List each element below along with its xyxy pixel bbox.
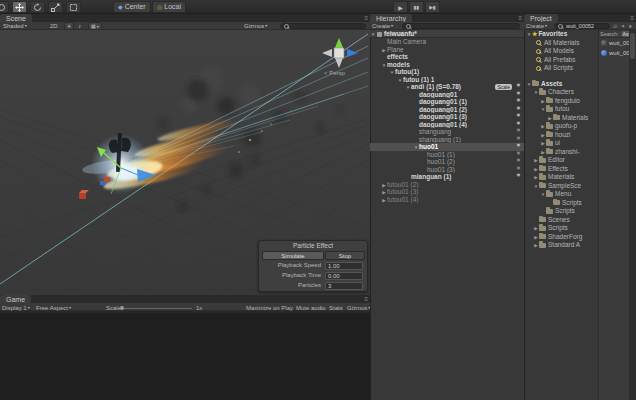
playback-speed-value[interactable]: 1.00	[325, 262, 363, 270]
project-folder-item[interactable]: ▼SampleSce	[524, 182, 598, 191]
hierarchy-item[interactable]: daoguang01 (3)»	[370, 113, 524, 121]
project-scrollbar-thumb[interactable]	[630, 33, 635, 59]
move-tool-button[interactable]	[12, 1, 27, 13]
project-folder-item[interactable]: ▼futou	[524, 105, 598, 114]
aspect-dropdown[interactable]: Free Aspect ▾	[36, 305, 71, 311]
double-chevron-icon[interactable]: »	[515, 113, 523, 120]
hierarchy-item[interactable]: ▶futou01 (3)	[370, 188, 524, 196]
project-folder-item[interactable]: ▶guofu-p	[524, 122, 598, 131]
rect-tool-button[interactable]	[66, 1, 81, 13]
double-chevron-icon[interactable]: »	[515, 98, 523, 105]
project-search-input[interactable]: wuti_00052	[554, 23, 610, 29]
hierarchy-item[interactable]: ▼models	[370, 61, 524, 69]
double-chevron-icon[interactable]: »	[515, 83, 523, 90]
hierarchy-item[interactable]: shanguang»	[370, 128, 524, 136]
game-gizmos-dropdown[interactable]: Gizmos ▾	[347, 305, 370, 311]
project-folder-item[interactable]: ▶houzi	[524, 131, 598, 140]
pivot-center-button[interactable]: ◆ Center	[113, 1, 151, 13]
2d-toggle[interactable]: 2D	[50, 23, 58, 29]
hierarchy-item[interactable]: ▶futou01 (2)	[370, 181, 524, 189]
hierarchy-create-button[interactable]: Create ▾	[372, 23, 393, 29]
step-button[interactable]: ▶▮	[425, 1, 440, 13]
hierarchy-item[interactable]: ▶futou01 (4)	[370, 196, 524, 204]
scene-panel-menu-icon[interactable]: ≡	[364, 15, 368, 22]
project-folder-item[interactable]: Scripts	[524, 199, 598, 208]
double-chevron-icon[interactable]: »	[515, 143, 523, 150]
project-folder-item[interactable]: ▶Standard A	[524, 241, 598, 250]
project-folder-item[interactable]: ▶Effects	[524, 165, 598, 174]
hierarchy-item[interactable]: ▶Plane	[370, 46, 524, 54]
scene-gizmos-dropdown[interactable]: Gizmos ▾	[244, 23, 267, 29]
hierarchy-item[interactable]: daoguang01 (4)»	[370, 121, 524, 129]
double-chevron-icon[interactable]: »	[515, 106, 523, 113]
search-result-item[interactable]: wuti_00052	[599, 38, 629, 48]
play-button[interactable]: ▶	[393, 1, 408, 13]
pause-button[interactable]: ▮▮	[409, 1, 424, 13]
hierarchy-item[interactable]: daoguang01 (2)»	[370, 106, 524, 114]
project-folder-item[interactable]: ▶ui	[524, 139, 598, 148]
hierarchy-item[interactable]: shanguang (1)»	[370, 136, 524, 144]
double-chevron-icon[interactable]: »	[515, 166, 523, 173]
project-folder-item[interactable]: ▼Chacters	[524, 88, 598, 97]
double-chevron-icon[interactable]: »	[515, 136, 523, 143]
hierarchy-item[interactable]: effects	[370, 53, 524, 61]
hierarchy-item[interactable]: ▼huo01»	[370, 143, 524, 151]
double-chevron-icon[interactable]: »	[515, 91, 523, 98]
hierarchy-scene-row[interactable]: ▼feiwuanfu*	[370, 30, 524, 38]
scale-slider-knob[interactable]	[120, 306, 124, 310]
stop-button[interactable]: Stop	[325, 251, 365, 260]
maximize-on-play-toggle[interactable]: Maximize on Play	[246, 305, 293, 311]
shading-mode-dropdown[interactable]: Shaded ▾	[3, 23, 27, 29]
project-folder-item[interactable]: ▼Menu	[524, 190, 598, 199]
project-folder-item[interactable]: Scenes	[524, 216, 598, 225]
favorites-item[interactable]: All Prefabs	[524, 56, 598, 65]
scene-effects-dropdown[interactable]: ▦ ▾	[88, 22, 102, 30]
project-create-button[interactable]: Create ▾	[526, 23, 547, 29]
save-search-star-icon[interactable]: ★	[628, 23, 632, 29]
double-chevron-icon[interactable]: »	[515, 121, 523, 128]
scale-slider-track[interactable]	[122, 308, 192, 309]
project-folder-item[interactable]: Scripts	[524, 207, 598, 216]
search-result-item[interactable]: wuti_00052_0	[599, 48, 629, 58]
mute-audio-toggle[interactable]: Mute audio	[296, 305, 326, 311]
hierarchy-item[interactable]: ▼futou(1)	[370, 68, 524, 76]
project-folder-item[interactable]: ▼Assets	[524, 80, 598, 89]
scale-tool-button[interactable]	[48, 1, 63, 13]
project-scrollbar[interactable]	[629, 30, 636, 400]
simulate-button[interactable]: Simulate	[262, 251, 324, 260]
display-dropdown[interactable]: Display 1 ▾	[2, 305, 30, 311]
project-folder-item[interactable]: ▶fengdulo	[524, 97, 598, 106]
double-chevron-icon[interactable]: »	[515, 158, 523, 165]
scene-audio-toggle[interactable]: ♪	[78, 23, 81, 29]
hierarchy-item[interactable]: huo01 (1)»	[370, 151, 524, 159]
favorites-item[interactable]: All Models	[524, 47, 598, 56]
favorites-header[interactable]: ▼★Favorites	[524, 30, 598, 39]
favorites-item[interactable]: All Scripts	[524, 64, 598, 73]
hierarchy-item[interactable]: Main Camera	[370, 38, 524, 46]
hierarchy-item[interactable]: ▼futou (1) 1	[370, 76, 524, 84]
hierarchy-item[interactable]: huo01 (2)»	[370, 158, 524, 166]
search-type-filter-icon[interactable]: ⊙	[613, 23, 617, 29]
hierarchy-item[interactable]: mianguan (1)»	[370, 173, 524, 181]
project-folder-item[interactable]: ▶Materials	[524, 114, 598, 123]
double-chevron-icon[interactable]: »	[515, 173, 523, 180]
project-folder-item[interactable]: ▶zhanshi-	[524, 148, 598, 157]
search-label-filter-icon[interactable]: ✦	[621, 23, 625, 29]
perspective-label[interactable]: < Persp	[324, 70, 345, 76]
assets-filter-chip[interactable]: Assets ✕	[621, 31, 630, 37]
rotate-tool-button[interactable]	[30, 1, 45, 13]
project-panel-menu-icon[interactable]: ≡	[630, 15, 634, 22]
project-folder-item[interactable]: ▶Editor	[524, 156, 598, 165]
hierarchy-search-input[interactable]	[402, 23, 520, 29]
hierarchy-item[interactable]: ▼andi (1) (S=0.78)Scale»	[370, 83, 524, 91]
scene-lighting-toggle[interactable]: ☀	[64, 22, 74, 30]
stats-toggle[interactable]: Stats	[329, 305, 343, 311]
project-folder-item[interactable]: ▶ShaderForg	[524, 233, 598, 242]
hierarchy-item[interactable]: huo01 (3)»	[370, 166, 524, 174]
hierarchy-item[interactable]: daoguang01 (1)»	[370, 98, 524, 106]
hand-tool-button[interactable]	[0, 1, 9, 13]
pivot-local-button[interactable]: ◎ Local	[152, 1, 186, 13]
favorites-item[interactable]: All Materials	[524, 39, 598, 48]
hierarchy-panel-menu-icon[interactable]: ≡	[518, 15, 522, 22]
hierarchy-item[interactable]: daoguang01»	[370, 91, 524, 99]
